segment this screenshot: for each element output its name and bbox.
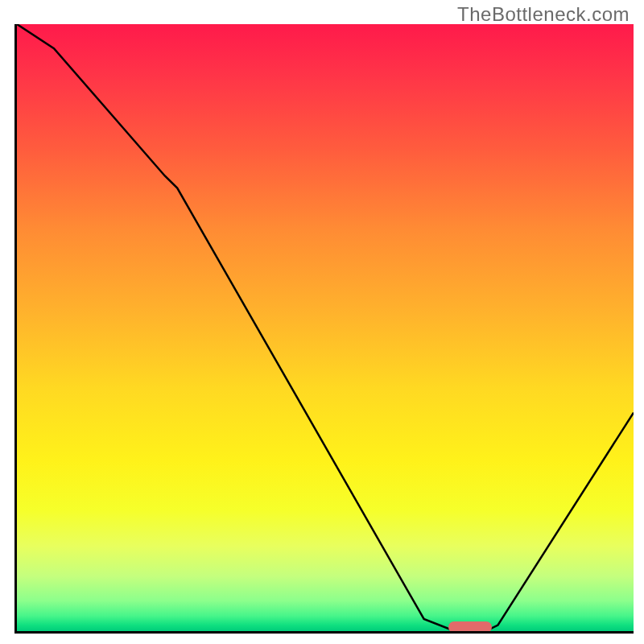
curve-path — [17, 24, 634, 631]
chart-frame: TheBottleneck.com — [0, 0, 644, 644]
watermark-text: TheBottleneck.com — [457, 3, 630, 26]
curve-svg — [17, 24, 634, 631]
plot-area — [14, 24, 634, 634]
optimum-marker — [448, 621, 492, 633]
